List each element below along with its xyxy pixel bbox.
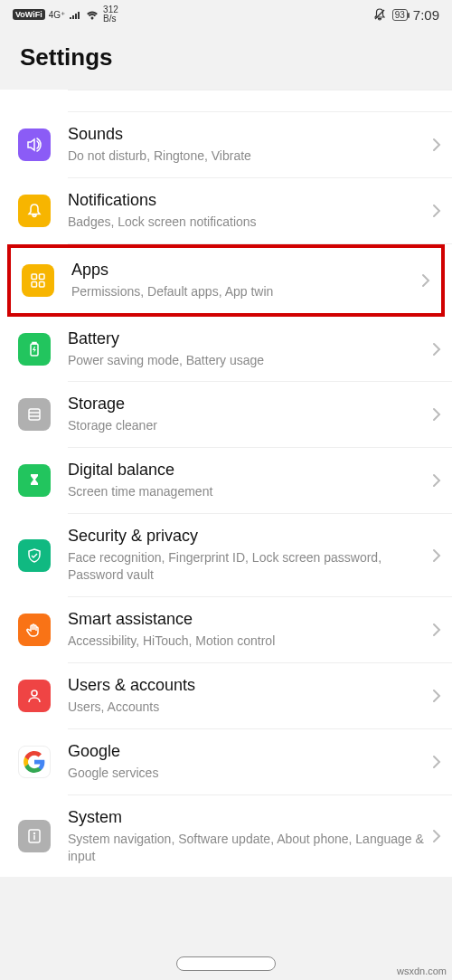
svg-rect-4 [40,281,45,287]
list-item-security[interactable]: Security & privacy Face recognition, Fin… [68,514,452,597]
list-item-apps[interactable]: Apps Permissions, Default apps, App twin [71,248,441,313]
shield-icon [18,539,51,572]
chevron-right-icon [432,623,441,637]
chevron-right-icon [432,204,441,218]
svg-rect-7 [29,409,40,420]
row-subtitle: Do not disturb, Ringtone, Vibrate [68,147,425,165]
chevron-right-icon [432,689,441,703]
svg-rect-6 [33,342,36,344]
chevron-right-icon [432,407,441,422]
svg-point-10 [32,690,37,696]
row-subtitle: Screen time management [68,483,425,500]
status-bar: VoWiFi 4G⁺ 312 B/s 93 7:09 [0,0,452,27]
row-title: Digital balance [68,461,425,480]
list-item-storage[interactable]: Storage Storage cleaner [68,382,452,448]
svg-rect-2 [40,274,45,280]
nav-pill[interactable] [176,956,276,971]
watermark: wsxdn.com [397,966,447,976]
svg-rect-1 [32,274,37,280]
status-left: VoWiFi 4G⁺ 312 B/s [13,5,118,24]
chevron-right-icon [432,138,441,152]
hourglass-icon [18,464,51,497]
vowifi-badge: VoWiFi [13,9,45,20]
list-item-notifications[interactable]: Notifications Badges, Lock screen notifi… [68,178,452,244]
row-title: Notifications [68,191,425,210]
signal-icon [69,10,81,20]
chevron-right-icon [421,273,430,288]
row-title: System [68,808,425,827]
google-icon [18,746,51,778]
row-subtitle: Storage cleaner [68,417,425,434]
battery-icon [18,333,51,366]
row-subtitle: System navigation, Software update, Abou… [68,831,425,865]
bell-icon [18,195,51,227]
page-title: Settings [20,43,432,71]
chevron-right-icon [432,473,441,488]
row-title: Smart assistance [68,610,425,629]
chevron-right-icon [432,755,441,769]
list-item-smart-assistance[interactable]: Smart assistance Accessibility, HiTouch,… [68,597,452,663]
svg-point-12 [34,833,35,834]
list-item-battery[interactable]: Battery Power saving mode, Battery usage [68,317,452,383]
row-title: Battery [68,329,425,348]
svg-rect-3 [32,281,37,287]
row-subtitle: Google services [68,765,425,782]
row-subtitle: Badges, Lock screen notifications [68,214,425,231]
clock: 7:09 [413,7,439,23]
partial-text [68,92,434,109]
data-speed: 312 B/s [103,5,118,24]
chevron-right-icon [432,342,441,357]
row-subtitle: Accessibility, HiTouch, Motion control [68,633,425,650]
chevron-right-icon [432,548,441,563]
row-subtitle: Power saving mode, Battery usage [68,352,425,369]
status-right: 93 7:09 [372,7,439,23]
row-title: Security & privacy [68,527,425,546]
row-title: Storage [68,395,425,414]
speaker-icon [18,128,51,161]
chevron-right-icon [432,829,441,843]
row-subtitle: Users, Accounts [68,699,425,716]
row-subtitle: Face recognition, Fingerprint ID, Lock s… [68,549,425,584]
row-title: Apps [71,261,414,280]
network-type: 4G⁺ [49,10,65,20]
wifi-icon [85,9,99,20]
person-icon [18,680,51,712]
list-item-sounds[interactable]: Sounds Do not disturb, Ringtone, Vibrate [68,112,452,178]
info-icon [18,820,51,852]
settings-list: Sounds Do not disturb, Ringtone, Vibrate… [0,90,452,877]
mute-icon [372,7,387,22]
grid-icon [22,264,54,297]
row-title: Sounds [68,125,425,144]
row-title: Users & accounts [68,676,425,695]
row-title: Google [68,742,425,761]
row-subtitle: Permissions, Default apps, App twin [71,283,414,300]
list-item-digital-balance[interactable]: Digital balance Screen time management [68,448,452,514]
list-item-partial[interactable] [68,90,452,112]
list-item-users[interactable]: Users & accounts Users, Accounts [68,663,452,729]
list-item-google[interactable]: Google Google services [68,729,452,795]
list-item-system[interactable]: System System navigation, Software updat… [68,795,452,878]
hand-icon [18,614,51,646]
highlighted-row: Apps Permissions, Default apps, App twin [7,244,445,317]
header: Settings [0,27,452,90]
battery-indicator: 93 [392,9,408,21]
drive-icon [18,398,51,431]
